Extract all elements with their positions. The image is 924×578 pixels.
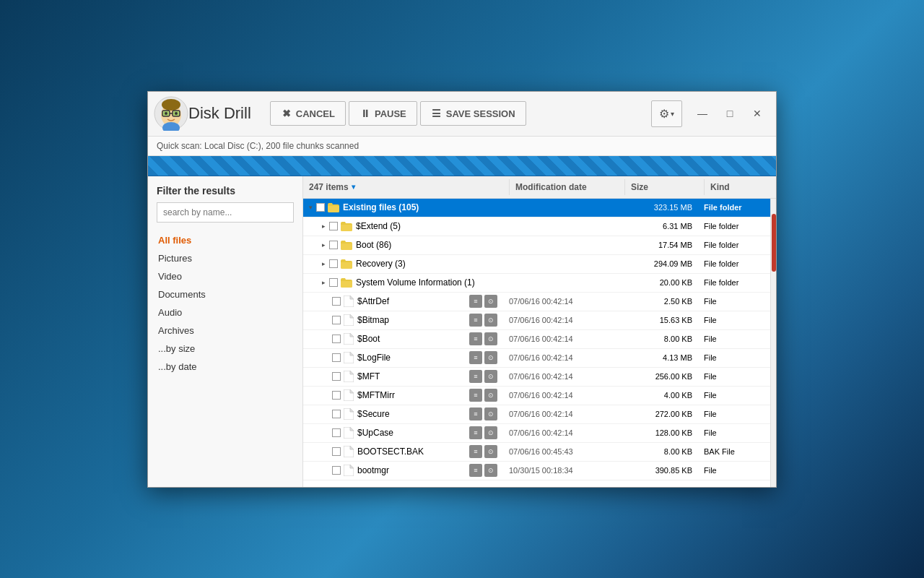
table-row[interactable]: $Boot ≡ ⊙ 07/06/16 00:42:14 8.00 KB File (303, 330, 770, 349)
search-icon[interactable]: ⊙ (484, 464, 497, 477)
row-size: 6.31 MB (619, 220, 698, 232)
table-row[interactable]: $Bitmap ≡ ⊙ 07/06/16 00:42:14 15.63 KB F… (303, 311, 770, 330)
preview-icon[interactable]: ≡ (469, 445, 482, 458)
folder-icon (341, 278, 352, 288)
preview-icon[interactable]: ≡ (469, 464, 482, 477)
titlebar: Disk Drill ✖ CANCEL ⏸ PAUSE ☰ SAVE SESSI… (148, 92, 776, 137)
file-name: $UpCase (357, 428, 393, 438)
filter-by-size[interactable]: ...by size (157, 340, 294, 358)
row-checkbox[interactable] (332, 428, 341, 437)
row-checkbox[interactable] (329, 278, 338, 287)
expand-icon[interactable]: ▸ (319, 259, 328, 268)
table-row[interactable]: $LogFile ≡ ⊙ 07/06/16 00:42:14 4.13 MB F… (303, 349, 770, 368)
search-icon[interactable]: ⊙ (484, 314, 497, 327)
search-icon[interactable]: ⊙ (484, 389, 497, 402)
table-row[interactable]: ▸ Boot (86) 17.54 MB File folder (303, 236, 770, 255)
preview-icon[interactable]: ≡ (469, 407, 482, 420)
filter-pictures[interactable]: Pictures (157, 249, 294, 267)
close-button[interactable]: ✕ (744, 100, 770, 126)
filter-documents[interactable]: Documents (157, 285, 294, 303)
file-icon (344, 389, 354, 401)
folder-icon (341, 222, 352, 231)
scrollbar-thumb[interactable] (772, 214, 776, 272)
preview-icon[interactable]: ≡ (469, 295, 482, 308)
row-date: 07/06/16 00:42:14 (503, 333, 619, 345)
row-size: 20.00 KB (619, 277, 698, 288)
search-input[interactable] (157, 202, 294, 223)
file-name: $LogFile (357, 353, 391, 363)
pause-button[interactable]: ⏸ PAUSE (349, 101, 417, 126)
settings-button[interactable]: ⚙ ▾ (651, 100, 682, 127)
file-icon (344, 371, 354, 382)
row-size: 17.54 MB (619, 239, 698, 251)
row-checkbox[interactable] (329, 241, 338, 249)
row-size: 323.15 MB (619, 202, 698, 213)
file-icon (344, 352, 354, 363)
row-checkbox[interactable] (332, 447, 341, 456)
file-name: bootmgr (357, 465, 389, 475)
table-row[interactable]: $MFTMirr ≡ ⊙ 07/06/16 00:42:14 4.00 KB F… (303, 387, 770, 405)
row-date: 10/30/15 00:18:34 (503, 465, 619, 476)
table-row[interactable]: BOOTSECT.BAK ≡ ⊙ 07/06/16 00:45:43 8.00 … (303, 443, 770, 462)
row-checkbox[interactable] (332, 391, 341, 400)
table-row[interactable]: $MFT ≡ ⊙ 07/06/16 00:42:14 256.00 KB Fil… (303, 368, 770, 387)
maximize-button[interactable]: □ (717, 100, 743, 126)
filter-audio[interactable]: Audio (157, 303, 294, 322)
row-checkbox[interactable] (316, 203, 325, 212)
row-checkbox[interactable] (332, 410, 341, 418)
minimize-button[interactable]: — (689, 100, 715, 126)
folder-icon (341, 259, 352, 269)
file-name: System Volume Information (1) (356, 277, 475, 288)
row-kind: File (698, 333, 770, 345)
search-icon[interactable]: ⊙ (484, 407, 497, 420)
table-row[interactable]: ▸ $Extend (5) 6.31 MB File folder (303, 217, 770, 236)
search-icon[interactable]: ⊙ (484, 370, 497, 383)
search-icon[interactable]: ⊙ (484, 332, 497, 345)
row-checkbox[interactable] (332, 335, 341, 343)
row-size: 272.00 KB (619, 408, 698, 420)
save-session-button[interactable]: ☰ SAVE SESSION (420, 101, 526, 126)
table-row[interactable]: ▸ Recovery (3) 294.09 MB File folder (303, 255, 770, 274)
preview-icon[interactable]: ≡ (469, 426, 482, 439)
collapse-icon[interactable]: ▾ (306, 203, 315, 212)
preview-icon[interactable]: ≡ (469, 389, 482, 402)
table-row[interactable]: $Secure ≡ ⊙ 07/06/16 00:42:14 272.00 KB … (303, 405, 770, 424)
table-row[interactable]: ▾ Existing files (105) 323.15 MB File fo… (303, 199, 770, 217)
search-icon[interactable]: ⊙ (484, 426, 497, 439)
table-row[interactable]: $AttrDef ≡ ⊙ 07/06/16 00:42:14 2.50 KB F… (303, 293, 770, 311)
row-kind: File (698, 427, 770, 439)
filter-archives[interactable]: Archives (157, 322, 294, 340)
search-icon[interactable]: ⊙ (484, 351, 497, 364)
filter-by-date[interactable]: ...by date (157, 358, 294, 376)
search-icon[interactable]: ⊙ (484, 295, 497, 308)
search-icon[interactable]: ⊙ (484, 445, 497, 458)
sidebar: Filter the results All files Pictures Vi… (148, 176, 303, 487)
preview-icon[interactable]: ≡ (469, 314, 482, 327)
scrollbar-track[interactable] (770, 199, 776, 487)
filter-video[interactable]: Video (157, 267, 294, 285)
file-name: $MFTMirr (357, 390, 395, 400)
file-icon (344, 333, 354, 345)
row-checkbox[interactable] (329, 222, 338, 230)
row-date: 07/06/16 00:42:14 (503, 314, 619, 326)
row-kind: File folder (698, 220, 770, 232)
cancel-button[interactable]: ✖ CANCEL (270, 101, 346, 126)
row-checkbox[interactable] (332, 372, 341, 381)
table-row[interactable]: bootmgr ≡ ⊙ 10/30/15 00:18:34 390.85 KB … (303, 462, 770, 480)
preview-icon[interactable]: ≡ (469, 370, 482, 383)
table-row[interactable]: ▸ System Volume Information (1) 20.00 KB… (303, 274, 770, 293)
row-checkbox[interactable] (332, 316, 341, 324)
row-checkbox[interactable] (332, 297, 341, 306)
status-text: Quick scan: Local Disc (C:), 200 file ch… (157, 141, 359, 151)
expand-icon[interactable]: ▸ (319, 222, 328, 230)
row-kind: File (698, 465, 770, 476)
row-checkbox[interactable] (329, 259, 338, 268)
table-row[interactable]: $UpCase ≡ ⊙ 07/06/16 00:42:14 128.00 KB … (303, 424, 770, 443)
expand-icon[interactable]: ▸ (319, 241, 328, 249)
row-checkbox[interactable] (332, 353, 341, 362)
row-checkbox[interactable] (332, 466, 341, 475)
preview-icon[interactable]: ≡ (469, 351, 482, 364)
expand-icon[interactable]: ▸ (319, 278, 328, 287)
preview-icon[interactable]: ≡ (469, 332, 482, 345)
filter-all-files[interactable]: All files (157, 231, 294, 249)
